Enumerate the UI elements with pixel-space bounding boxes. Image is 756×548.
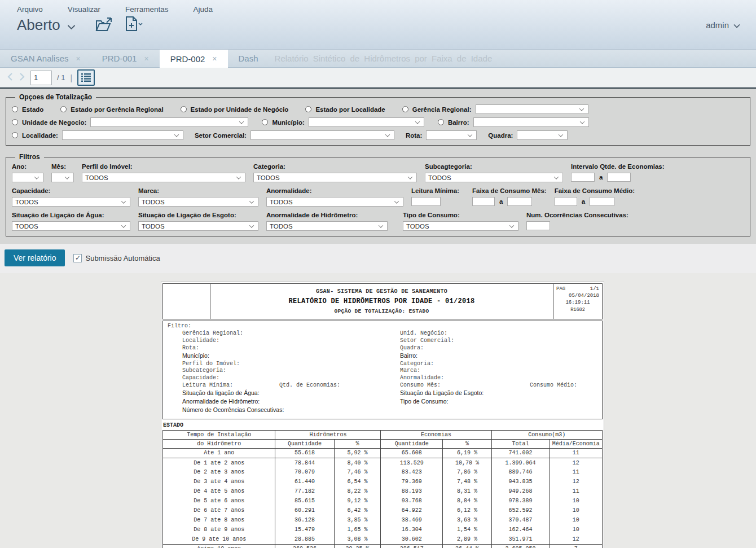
subcategoria-label: Subcagtegoria: [425,163,563,170]
situacao-agua-select[interactable]: TODOS [12,221,130,231]
page-number-input[interactable] [30,71,52,85]
thumbnail-list-icon[interactable] [77,69,95,86]
economias-ate-input[interactable] [607,173,631,182]
new-document-icon[interactable] [124,16,143,34]
radio-estado-gerencia-regional[interactable]: Estado por Gerência Regional [60,106,163,113]
menu-ajuda[interactable]: Ajuda [194,5,213,14]
previous-page-icon[interactable] [7,72,14,84]
report-table-cell: De 9 ate 10 anos [163,534,275,544]
radio-unidade-negocio[interactable]: Unidade de Negocio: [12,117,248,127]
municipio-select[interactable] [309,117,424,127]
radio-icon[interactable] [181,106,187,112]
tipo-consumo-select[interactable]: TODOS [403,221,518,231]
report-table-cell: 3,63 % [443,515,491,525]
consumo-mes-ate-input[interactable] [507,197,532,206]
col-group-tempo: Tempo de Instalação [163,430,275,439]
report-table-cell: 78.844 [275,458,334,467]
report-logo-cell [163,284,210,319]
report-table-cell: De 6 ate 7 anos [163,506,275,515]
radio-municipio[interactable]: Município: [262,117,424,127]
situacao-esgoto-select[interactable]: TODOS [138,221,258,231]
tab-prd-001[interactable]: PRD-001 × [91,50,160,67]
chevron-down-icon [249,199,254,203]
report-table-cell: 351.971 [491,534,550,544]
radio-estado-localidade[interactable]: Estado por Localidade [305,106,385,113]
num-ocorrencias-input[interactable] [526,221,550,230]
anormalidade-label: Anormalidade: [266,187,403,194]
setor-comercial-select[interactable] [250,130,394,140]
consumo-medio-ate-input[interactable] [590,197,614,206]
report-filter-row: Número de Ocorrências Consecutivas: [168,406,400,415]
radio-localidade[interactable]: Localidade: [12,130,183,140]
radio-icon[interactable] [402,106,408,112]
ver-relatorio-button[interactable]: Ver relatório [5,249,65,266]
rota-select[interactable] [426,130,477,140]
marca-select[interactable]: TODOS [138,197,258,207]
categoria-select[interactable]: TODOS [253,173,417,182]
open-menu-button[interactable]: Aberto [17,16,76,34]
open-folder-icon[interactable] [95,16,113,34]
anormalidade-hidrometro-select[interactable]: TODOS [266,221,388,231]
chevron-down-icon [67,16,76,34]
unidade-negocio-select[interactable] [90,117,248,127]
report-table-cell: 85.615 [275,496,334,506]
tab-dash[interactable]: Dash [228,50,269,67]
report-filter-row: Capacidade: [168,375,400,382]
bairro-select[interactable] [473,117,589,127]
radio-icon[interactable] [12,132,18,138]
submissao-automatica-checkbox[interactable]: ✓ Submissão Automática [73,254,160,262]
report-table-cell: 2.605.059 [491,544,550,548]
menu-visualizar[interactable]: Visualizar [68,5,100,14]
report-time: 16:19:11 [556,300,599,305]
next-page-icon[interactable] [19,72,25,84]
menu-arquivo[interactable]: Arquivo [17,5,43,14]
report-filter-left: Filtro: Gerência Regional:Localidade:Rot… [168,323,400,415]
subcategoria-select[interactable]: TODOS [425,173,563,182]
chevron-down-icon [408,174,412,179]
report-table-cell: 64.922 [381,506,443,515]
close-icon[interactable]: × [144,54,148,63]
radio-estado-unidade-negocio[interactable]: Estado por Unidade de Negócio [181,106,289,113]
radio-icon[interactable] [12,119,18,125]
mes-label: Mês: [51,163,74,170]
gerencia-regional-select[interactable] [476,104,588,114]
tab-gsan-analises[interactable]: GSAN Analises × [0,50,91,67]
radio-icon[interactable] [262,119,268,125]
leitura-minima-input[interactable] [411,197,441,206]
pager-divider: | [70,73,72,82]
ano-select[interactable] [12,173,43,182]
radio-icon[interactable] [305,106,311,112]
economias-de-input[interactable] [571,173,595,182]
radio-icon[interactable] [438,119,444,125]
quadra-select[interactable] [517,130,568,140]
user-menu[interactable]: admin [706,20,740,30]
rota-label: Rota: [406,132,422,139]
radio-bairro[interactable]: Bairro: [438,117,589,127]
tab-prd-002[interactable]: PRD-002 × [160,50,228,68]
report-table-cell: 28.885 [275,534,334,544]
report-table-cell: 11 [550,448,603,458]
radio-estado[interactable]: Estado [12,106,43,113]
radio-icon[interactable] [12,106,18,112]
close-icon[interactable]: × [212,54,217,63]
localidade-select[interactable] [62,130,183,140]
report-table-cell: 11 [550,486,603,496]
report-filter-label: Qtd. de Economias: [279,382,340,388]
radio-gerencia-regional[interactable]: Gerência Regional: [402,104,588,114]
anormalidade-select[interactable]: TODOS [266,197,403,207]
report-table-row: De 7 ate 8 anos36.1283,85 %38.4693,63 %3… [163,515,603,525]
mes-select[interactable] [51,173,74,182]
consumo-mes-de-input[interactable] [472,197,495,206]
report-table-cell: 10 [550,525,603,534]
perfil-imovel-select[interactable]: TODOS [82,173,245,182]
radio-icon[interactable] [60,106,67,112]
report-table-cell: Ate 1 ano [163,448,275,458]
report-table-cell: 16.304 [381,525,443,534]
consumo-medio-de-input[interactable] [555,197,577,206]
checkbox-checked-icon[interactable]: ✓ [73,254,82,262]
close-icon[interactable]: × [76,54,81,63]
chevron-down-icon [554,174,559,179]
menu-ferramentas[interactable]: Ferramentas [125,5,169,14]
report-filter-label: Rota: [182,345,199,351]
capacidade-select[interactable]: TODOS [12,197,130,207]
